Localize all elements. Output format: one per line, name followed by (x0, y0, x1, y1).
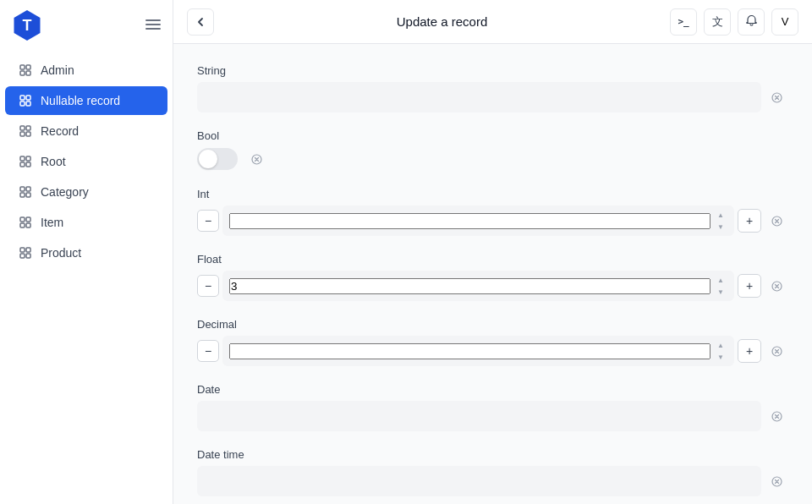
svg-rect-26 (26, 223, 30, 227)
field-row-datetime (197, 466, 788, 496)
int-input[interactable] (229, 213, 710, 229)
user-avatar[interactable]: V (771, 8, 798, 36)
form-content: String Bool (173, 44, 812, 504)
terminal-button[interactable]: >_ (670, 8, 697, 36)
svg-rect-13 (20, 132, 25, 136)
svg-rect-21 (20, 193, 25, 197)
sidebar-item-admin[interactable]: Admin (5, 56, 167, 85)
string-input[interactable] (206, 91, 753, 104)
decimal-spinners: ▲ ▼ (714, 340, 727, 363)
sidebar-item-root-label: Root (41, 155, 66, 168)
float-spinners: ▲ ▼ (714, 275, 727, 298)
toggle-knob (199, 150, 217, 168)
sidebar-item-record[interactable]: Record (5, 117, 167, 145)
field-float: Float − ▲ ▼ + (197, 253, 788, 301)
topbar-actions: >_ 文 V (670, 8, 798, 36)
float-clear-button[interactable] (765, 274, 788, 298)
page-title: Update a record (221, 14, 663, 29)
menu-icon[interactable] (145, 17, 161, 35)
label-float: Float (197, 253, 788, 266)
datetime-input[interactable] (206, 475, 753, 488)
svg-rect-17 (20, 162, 25, 167)
sidebar-item-item[interactable]: Item (5, 208, 167, 237)
decimal-spin-up[interactable]: ▲ (714, 340, 727, 351)
label-int: Int (197, 188, 788, 200)
bool-clear-button[interactable] (244, 147, 268, 171)
bell-icon (745, 14, 758, 30)
svg-rect-9 (20, 101, 25, 106)
field-int: Int − ▲ ▼ + (197, 188, 788, 236)
svg-rect-0 (145, 19, 161, 21)
decimal-clear-button[interactable] (765, 339, 788, 363)
sidebar-item-category[interactable]: Category (5, 178, 167, 206)
float-spin-down[interactable]: ▼ (714, 287, 727, 298)
svg-rect-16 (26, 156, 30, 161)
sidebar-header: T (0, 0, 173, 51)
svg-rect-30 (26, 254, 30, 258)
svg-rect-14 (26, 132, 30, 136)
sidebar-item-root[interactable]: Root (5, 147, 167, 176)
root-icon (19, 155, 32, 168)
svg-rect-7 (20, 96, 25, 100)
int-spinners: ▲ ▼ (714, 210, 727, 233)
field-row-decimal: − ▲ ▼ + (197, 336, 788, 366)
int-clear-button[interactable] (765, 209, 788, 233)
field-datetime: Date time (197, 448, 788, 496)
int-spin-up[interactable]: ▲ (714, 210, 727, 221)
sidebar-nav: Admin Nullable record Record Root (0, 51, 173, 272)
record-icon (19, 124, 32, 138)
app-logo: T (12, 10, 42, 41)
svg-rect-10 (26, 101, 30, 106)
toggle-wrap (197, 148, 238, 170)
bool-toggle[interactable] (197, 148, 238, 170)
back-button[interactable] (187, 8, 214, 36)
field-row-bool (197, 147, 788, 171)
svg-rect-4 (26, 65, 30, 69)
sidebar-item-record-label: Record (41, 124, 79, 138)
string-clear-button[interactable] (765, 85, 788, 109)
date-input[interactable] (206, 410, 753, 423)
field-bool: Bool (197, 129, 788, 171)
int-minus-button[interactable]: − (197, 210, 219, 232)
float-input-wrap: ▲ ▼ (222, 271, 734, 301)
sidebar-item-admin-label: Admin (41, 63, 74, 77)
sidebar-item-category-label: Category (41, 185, 89, 199)
decimal-minus-button[interactable]: − (197, 340, 219, 362)
sidebar-item-product[interactable]: Product (5, 238, 167, 267)
float-spin-up[interactable]: ▲ (714, 275, 727, 286)
date-clear-button[interactable] (765, 404, 788, 428)
category-icon (19, 185, 32, 199)
admin-icon (19, 63, 32, 77)
label-string: String (197, 64, 788, 77)
svg-rect-18 (26, 162, 30, 167)
svg-rect-11 (20, 126, 25, 130)
decimal-spin-down[interactable]: ▼ (714, 352, 727, 363)
float-input[interactable] (229, 278, 710, 294)
field-string: String (197, 64, 788, 112)
label-bool: Bool (197, 129, 788, 142)
float-plus-button[interactable]: + (738, 274, 761, 298)
svg-rect-12 (26, 126, 30, 130)
terminal-icon: >_ (678, 16, 689, 27)
notification-button[interactable] (738, 8, 765, 36)
int-spin-down[interactable]: ▼ (714, 222, 727, 233)
int-input-wrap: ▲ ▼ (222, 205, 734, 236)
svg-rect-25 (20, 223, 25, 227)
sidebar: T Admin Nullable record (0, 0, 173, 504)
svg-rect-23 (20, 217, 25, 222)
datetime-clear-button[interactable] (765, 469, 788, 493)
nullable-record-icon (19, 94, 32, 107)
field-row-string (197, 82, 788, 112)
svg-rect-29 (20, 254, 25, 258)
svg-rect-8 (26, 96, 30, 100)
float-minus-button[interactable]: − (197, 275, 219, 297)
main-panel: Update a record >_ 文 V String (173, 0, 812, 504)
int-plus-button[interactable]: + (738, 209, 761, 233)
sidebar-item-nullable-record[interactable]: Nullable record (5, 86, 167, 115)
svg-rect-6 (26, 71, 30, 75)
decimal-plus-button[interactable]: + (738, 339, 761, 363)
field-row-float: − ▲ ▼ + (197, 271, 788, 301)
decimal-input[interactable] (229, 343, 710, 359)
translate-button[interactable]: 文 (704, 8, 731, 36)
sidebar-item-nullable-record-label: Nullable record (41, 94, 120, 107)
